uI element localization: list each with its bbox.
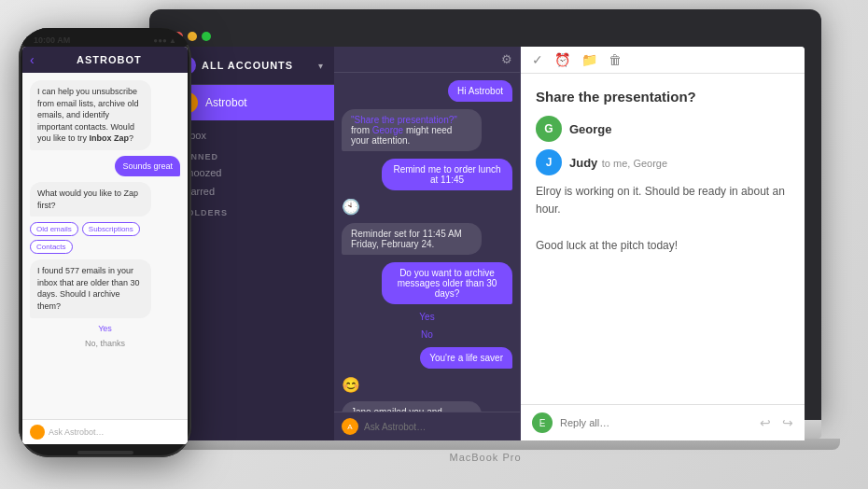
- account-name: Astrobot: [205, 96, 247, 109]
- macbook-screen: ★ ALL ACCOUNTS ▾ A Astrobot Inbox PINNED…: [149, 9, 821, 420]
- chat-messages: Hi Astrobot "Share the presentation?" fr…: [334, 73, 520, 412]
- chat-answer-no[interactable]: No: [421, 329, 433, 340]
- macbook-screen-inner: ★ ALL ACCOUNTS ▾ A Astrobot Inbox PINNED…: [166, 47, 805, 440]
- email-reply-row: J Judy to me, George: [536, 149, 790, 175]
- iphone-status-bar: 10:00 AM ●●● ▲: [30, 35, 180, 45]
- email-content: Share the presentation? G George J J: [521, 74, 805, 404]
- iphone-message-what-to-zap: What would you like to Zap first?: [30, 182, 151, 217]
- macbook: ★ ALL ACCOUNTS ▾ A Astrobot Inbox PINNED…: [149, 9, 821, 467]
- chat-message-hi: Hi Astrobot: [448, 80, 512, 102]
- judy-name: Judy: [569, 156, 597, 170]
- iphone-screen: ‹ ASTROBOT I can help you unsubscribe fr…: [22, 47, 188, 444]
- iphone-screen-header: ‹ ASTROBOT: [22, 47, 188, 73]
- email-reply-area: E ↩ ↪: [521, 404, 805, 440]
- iphone-status-icons: ●●● ▲: [153, 36, 176, 45]
- sidebar-nav: Inbox PINNED Snoozed Starred FOLDERS: [166, 120, 334, 225]
- trash-icon[interactable]: 🗑: [609, 52, 622, 67]
- back-icon[interactable]: ‹: [30, 52, 35, 67]
- clock-icon[interactable]: ⏰: [554, 52, 570, 67]
- chip-old-emails[interactable]: Old emails: [30, 222, 78, 236]
- share-link-text: "Share the presentation?": [351, 115, 457, 125]
- chat-message-jane: Jane emailed you and asked, "What is you…: [342, 401, 482, 412]
- iphone-footer-placeholder: Ask Astrobot…: [49, 427, 180, 437]
- sidebar-section-pinned: PINNED: [166, 145, 334, 163]
- chat-toolbar: ⚙: [334, 47, 520, 73]
- sidebar-account-item[interactable]: A Astrobot: [166, 85, 334, 120]
- sidebar-item-starred[interactable]: Starred: [166, 182, 334, 201]
- sidebar-item-snoozed[interactable]: Snoozed: [166, 163, 334, 182]
- maximize-button[interactable]: [202, 32, 211, 41]
- chevron-down-icon: ▾: [318, 61, 323, 71]
- sidebar-item-inbox[interactable]: Inbox: [166, 126, 334, 145]
- iphone-message-intro: I can help you unsubscribe from email li…: [30, 80, 151, 150]
- sidebar-section-folders: FOLDERS: [166, 201, 334, 219]
- iphone-chip-row: Old emails Subscriptions Contacts: [30, 222, 180, 254]
- iphone-message-sounds-great: Sounds great: [115, 156, 180, 176]
- email-panel: ✓ ⏰ 📁 🗑 Share the presentation? G George: [521, 47, 805, 440]
- email-subject: Share the presentation?: [536, 89, 790, 105]
- iphone-home-indicator[interactable]: [77, 451, 133, 454]
- email-body: Elroy is working on it. Should be ready …: [536, 183, 790, 255]
- traffic-lights: [166, 26, 805, 47]
- chat-emoji-smile: 😊: [342, 376, 360, 394]
- chat-input[interactable]: [364, 422, 512, 432]
- reply-avatar: E: [532, 412, 553, 433]
- email-toolbar: ✓ ⏰ 📁 🗑: [521, 47, 805, 74]
- iphone-footer: Ask Astrobot…: [22, 419, 188, 444]
- george-link[interactable]: George: [372, 125, 403, 135]
- email-sender-name: George: [569, 122, 612, 136]
- email-from-row: G George: [536, 116, 790, 142]
- email-reply-meta: to me, George: [602, 158, 667, 169]
- folder-icon[interactable]: 📁: [581, 52, 597, 67]
- chat-message-remind: Remind me to order lunch at 11:45: [382, 159, 512, 190]
- iphone-chat-messages: I can help you unsubscribe from email li…: [22, 73, 188, 419]
- chat-input-avatar: A: [342, 418, 358, 435]
- sidebar-title: ALL ACCOUNTS: [202, 60, 318, 71]
- scene: ★ ALL ACCOUNTS ▾ A Astrobot Inbox PINNED…: [0, 0, 868, 489]
- sidebar-header[interactable]: ★ ALL ACCOUNTS ▾: [166, 47, 334, 85]
- judy-avatar: J: [536, 149, 562, 175]
- chat-message-archive: Do you want to archive messages older th…: [382, 262, 512, 304]
- email-sender-info: George: [569, 122, 612, 136]
- email-reply-info: Judy to me, George: [569, 154, 667, 171]
- reply-input[interactable]: [560, 417, 749, 428]
- checkmark-icon[interactable]: ✓: [532, 52, 543, 67]
- iphone-message-found-emails: I found 577 emails in your inbox that ar…: [30, 259, 151, 317]
- forward-icon[interactable]: ↪: [782, 415, 793, 430]
- app-layout: ★ ALL ACCOUNTS ▾ A Astrobot Inbox PINNED…: [166, 47, 805, 440]
- iphone: 10:00 AM ●●● ▲ ‹ ASTROBOT I can help you…: [19, 28, 191, 457]
- from-text: from: [351, 125, 372, 135]
- chip-contacts[interactable]: Contacts: [30, 240, 73, 254]
- iphone-footer-avatar: [30, 425, 45, 440]
- chat-emoji-clock: 🕙: [342, 198, 360, 216]
- chat-input-area: A: [334, 412, 520, 440]
- iphone-answer-no-thanks[interactable]: No, thanks: [85, 339, 125, 348]
- chat-panel: ⚙ Hi Astrobot "Share the presentation?" …: [334, 47, 521, 440]
- iphone-screen-title: ASTROBOT: [38, 54, 180, 65]
- chip-subscriptions[interactable]: Subscriptions: [82, 222, 140, 236]
- macbook-label: MacBook Pro: [149, 452, 821, 463]
- filter-icon[interactable]: ⚙: [501, 52, 512, 66]
- reply-icon[interactable]: ↩: [760, 415, 771, 430]
- chat-answer-yes[interactable]: Yes: [419, 312, 434, 322]
- iphone-notch: 10:00 AM ●●● ▲: [19, 28, 191, 45]
- minimize-button[interactable]: [188, 32, 197, 41]
- chat-message-share: "Share the presentation?" from George mi…: [342, 109, 482, 151]
- george-avatar: G: [536, 116, 562, 142]
- chat-message-reminder-set: Reminder set for 11:45 AM Friday, Februa…: [342, 223, 482, 255]
- iphone-answer-yes[interactable]: Yes: [98, 324, 112, 333]
- sidebar: ★ ALL ACCOUNTS ▾ A Astrobot Inbox PINNED…: [166, 47, 334, 440]
- iphone-time: 10:00 AM: [34, 35, 70, 45]
- chat-message-lifesaver: You're a life saver: [420, 347, 512, 369]
